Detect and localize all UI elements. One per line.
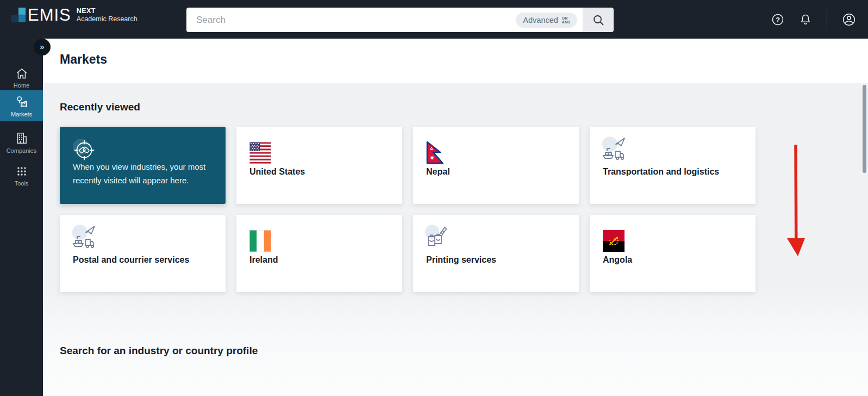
- search-submit-button[interactable]: [583, 8, 614, 32]
- account-icon: [842, 13, 856, 27]
- sidebar-item-markets[interactable]: Markets: [0, 90, 43, 121]
- card-angola[interactable]: Angola: [590, 215, 755, 292]
- app-window: EMIS NEXT Academic Research Advanced OR …: [0, 0, 868, 396]
- page-title-bar: Markets: [43, 39, 868, 83]
- advanced-search-button[interactable]: Advanced OR AND: [516, 13, 577, 28]
- card-united-states[interactable]: United States: [236, 127, 402, 204]
- search-icon: [592, 14, 605, 27]
- flag-nepal-icon: [426, 141, 446, 165]
- flag-angola-icon: [603, 230, 625, 252]
- industries-target-handshake-icon: [72, 138, 97, 163]
- card-label: Angola: [603, 255, 632, 265]
- card-label: Ireland: [249, 255, 278, 265]
- help-icon: ?: [771, 13, 784, 26]
- card-ireland[interactable]: Ireland: [236, 215, 402, 292]
- sidebar-item-home[interactable]: Home: [0, 65, 43, 90]
- sidebar-expand-button[interactable]: »: [34, 39, 51, 55]
- svg-text:?: ?: [776, 16, 780, 23]
- profile-search-heading: Search for an industry or country profil…: [60, 345, 258, 357]
- product-name: NEXT: [77, 7, 138, 15]
- industries-placeholder-card: When you view industries, your most rece…: [60, 127, 226, 204]
- transportation-icon: [71, 224, 101, 251]
- top-header: EMIS NEXT Academic Research Advanced OR …: [0, 0, 868, 39]
- sidebar-item-companies[interactable]: Companies: [0, 128, 43, 157]
- advanced-label: Advanced: [523, 16, 558, 24]
- vertical-scrollbar-thumb[interactable]: [863, 85, 866, 173]
- companies-icon: [15, 131, 29, 145]
- emis-logo-squares-icon: [11, 8, 26, 22]
- card-postal-and-courrier-services[interactable]: Postal and courrier services: [60, 215, 226, 292]
- page-title: Markets: [60, 52, 107, 67]
- card-label: United States: [249, 167, 305, 177]
- emis-logo-text: EMIS: [28, 7, 71, 23]
- tools-icon: [15, 165, 28, 178]
- bell-icon: [799, 13, 812, 26]
- search-input-area: Advanced OR AND: [186, 8, 583, 32]
- printing-icon: [424, 224, 452, 250]
- flag-ireland-icon: [249, 230, 271, 252]
- notifications-button[interactable]: [799, 13, 812, 26]
- sidebar-nav: Home Markets Companies: [0, 39, 43, 396]
- card-label: Printing services: [426, 255, 496, 265]
- emis-logo[interactable]: EMIS NEXT Academic Research: [11, 7, 138, 23]
- card-label: Transportation and logistics: [603, 167, 719, 177]
- sidebar-item-tools[interactable]: Tools: [0, 163, 43, 189]
- placeholder-message: When you view industries, your most rece…: [73, 160, 215, 188]
- help-button[interactable]: ?: [771, 13, 784, 26]
- transportation-icon: [601, 135, 631, 163]
- recently-viewed-heading: Recently viewed: [60, 101, 140, 113]
- header-divider: [827, 9, 827, 30]
- search-input[interactable]: [196, 15, 516, 26]
- card-nepal[interactable]: Nepal: [413, 127, 579, 204]
- chevron-double-right-icon: »: [40, 42, 44, 51]
- home-icon: [15, 67, 29, 80]
- account-button[interactable]: [842, 13, 856, 27]
- card-transportation-and-logistics[interactable]: Transportation and logistics: [590, 127, 755, 204]
- markets-icon: [14, 95, 29, 109]
- global-search-bar: Advanced OR AND: [186, 8, 614, 32]
- card-label: Postal and courrier services: [73, 255, 189, 265]
- boolean-operators-icon: OR AND: [562, 16, 570, 24]
- card-printing-services[interactable]: Printing services: [413, 215, 579, 292]
- product-tagline: Academic Research: [77, 15, 138, 23]
- card-label: Nepal: [426, 167, 450, 177]
- flag-united-states-icon: [249, 142, 271, 164]
